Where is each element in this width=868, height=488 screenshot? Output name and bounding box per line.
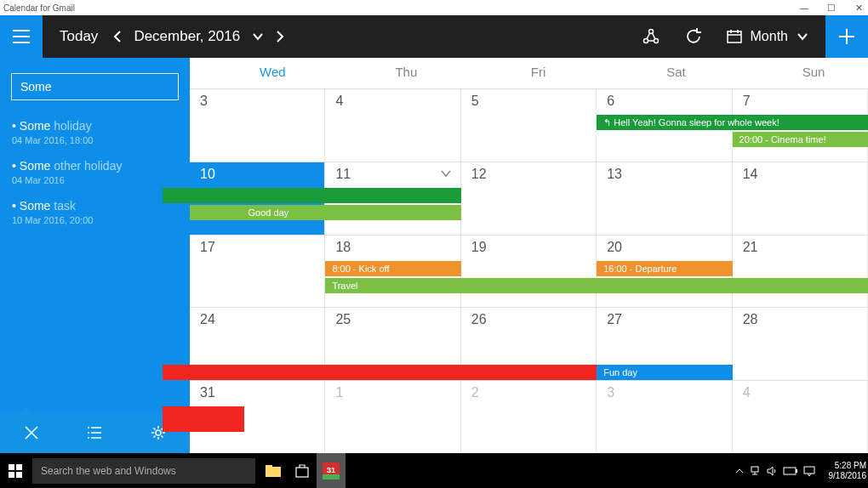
month-dropdown-button[interactable] — [252, 32, 264, 41]
view-label: Month — [751, 29, 788, 44]
svg-rect-18 — [804, 467, 814, 474]
volume-icon — [766, 466, 778, 476]
close-window-button[interactable]: ✕ — [853, 2, 865, 14]
day-cell[interactable]: 14 — [733, 162, 868, 235]
svg-point-2 — [654, 39, 658, 43]
maximize-button[interactable]: ☐ — [825, 2, 837, 14]
calendar-grid: Wed Thu Fri Sat Sun 3 4 5 6 7 ↰ Hell Yea… — [190, 58, 868, 453]
day-cell[interactable]: 1 — [325, 381, 460, 453]
sidebar-item-holiday[interactable]: • Some holiday 04 Mar 2016, 18:00 — [0, 112, 190, 152]
day-cell[interactable]: 4 — [325, 89, 460, 162]
minimize-button[interactable]: — — [798, 2, 810, 14]
day-cell[interactable]: 5 — [461, 89, 597, 162]
event-goodday[interactable]: Good day — [190, 205, 461, 220]
expand-day-button[interactable] — [440, 169, 452, 178]
chevron-down-icon — [797, 32, 808, 41]
day-header-fri: Fri — [461, 58, 597, 88]
view-selector[interactable]: Month — [727, 29, 808, 44]
svg-rect-5 — [9, 464, 14, 470]
svg-rect-10 — [266, 465, 272, 468]
tray-volume-button[interactable] — [766, 466, 778, 476]
event-departure[interactable]: 16:00 - Departure — [597, 261, 732, 276]
network-icon — [749, 466, 761, 476]
day-cell[interactable]: 12 — [461, 162, 597, 235]
day-cell[interactable]: 21 — [733, 235, 868, 308]
tray-battery-button[interactable] — [783, 467, 798, 475]
svg-point-0 — [648, 30, 653, 34]
sidebar-bottom-bar — [0, 412, 190, 453]
day-header-sun: Sun — [733, 58, 868, 88]
month-year-label[interactable]: December, 2016 — [134, 28, 240, 45]
svg-rect-17 — [796, 469, 797, 473]
chevron-down-icon — [440, 169, 452, 178]
taskbar-clock[interactable]: 5:28 PM 9/18/2016 — [829, 461, 867, 481]
prev-month-button[interactable] — [113, 30, 122, 43]
event-funday[interactable]: Fun day — [597, 365, 732, 380]
close-icon — [23, 424, 40, 441]
calendar-icon — [727, 30, 742, 43]
event-sleep[interactable]: ↰ Hell Yeah! Gonna sleep for whole week! — [597, 115, 868, 130]
share-icon — [642, 27, 660, 46]
event-cinema[interactable]: 20:00 - Cinema time! — [733, 132, 868, 147]
event-travel[interactable]: Travel — [325, 278, 868, 293]
task-store-button[interactable] — [288, 453, 317, 488]
event-kickoff[interactable]: 8:00 - Kick off — [325, 261, 460, 276]
refresh-button[interactable] — [684, 27, 703, 46]
chevron-up-icon — [735, 468, 744, 474]
windows-logo-icon — [9, 464, 22, 478]
list-icon — [86, 426, 103, 440]
start-button[interactable] — [0, 453, 31, 488]
add-event-button[interactable] — [825, 15, 868, 58]
day-cell[interactable]: 13 — [597, 162, 732, 235]
chevron-right-icon — [276, 30, 284, 43]
task-calendar-app-button[interactable]: 31 — [317, 453, 345, 488]
taskbar-search-input[interactable]: Search the web and Windows — [32, 458, 255, 484]
share-button[interactable] — [642, 27, 660, 46]
hamburger-menu-button[interactable] — [0, 15, 43, 58]
notifications-icon — [803, 466, 815, 476]
event-bar-red-small[interactable] — [163, 406, 244, 432]
battery-icon — [783, 467, 798, 475]
sidebar: Some • Some holiday 04 Mar 2016, 18:00 •… — [0, 58, 190, 453]
day-cell[interactable]: 3 — [190, 89, 325, 162]
day-header-thu: Thu — [325, 58, 460, 88]
chevron-left-icon — [113, 30, 122, 43]
sidebar-item-other-holiday[interactable]: • Some other holiday 04 Mar 2016 — [0, 152, 190, 192]
tray-network-button[interactable] — [749, 466, 761, 476]
event-bar-red[interactable] — [163, 365, 597, 380]
task-folder-button[interactable] — [259, 453, 288, 488]
svg-rect-7 — [9, 472, 14, 478]
close-search-button[interactable] — [23, 424, 40, 441]
day-cell[interactable]: 4 — [733, 381, 868, 453]
svg-rect-3 — [728, 31, 741, 43]
list-view-button[interactable] — [86, 426, 103, 440]
svg-rect-15 — [751, 467, 758, 472]
tray-up-button[interactable] — [735, 468, 744, 474]
svg-rect-16 — [784, 468, 796, 474]
svg-point-1 — [643, 39, 648, 43]
svg-rect-8 — [16, 472, 22, 478]
svg-point-4 — [156, 430, 161, 435]
today-button[interactable]: Today — [60, 28, 98, 45]
windows-taskbar: Search the web and Windows 31 5:28 PM 9/… — [0, 453, 868, 488]
plus-icon — [837, 26, 857, 47]
tray-notifications-button[interactable] — [803, 466, 815, 476]
sidebar-item-task[interactable]: • Some task 10 Mar 2016, 20:00 — [0, 192, 190, 232]
day-header-sat: Sat — [597, 58, 732, 88]
window-title: Calendar for Gmail — [3, 3, 75, 13]
sidebar-pointer — [20, 406, 31, 412]
event-bar-green-dark[interactable] — [163, 188, 461, 203]
calendar-app-icon: 31 — [321, 461, 341, 481]
day-cell[interactable]: 17 — [190, 235, 325, 308]
svg-rect-6 — [16, 464, 22, 470]
search-input[interactable]: Some — [11, 73, 179, 100]
day-cell[interactable]: 3 — [597, 381, 732, 453]
svg-text:31: 31 — [327, 466, 335, 474]
window-titlebar: Calendar for Gmail — ☐ ✕ — [0, 0, 868, 15]
day-cell[interactable]: 2 — [461, 381, 597, 453]
day-cell[interactable]: 28 — [733, 308, 868, 380]
svg-rect-11 — [296, 468, 308, 477]
day-header-wed: Wed — [190, 58, 325, 88]
next-month-button[interactable] — [276, 30, 284, 43]
day-cell[interactable]: 19 — [461, 235, 597, 308]
